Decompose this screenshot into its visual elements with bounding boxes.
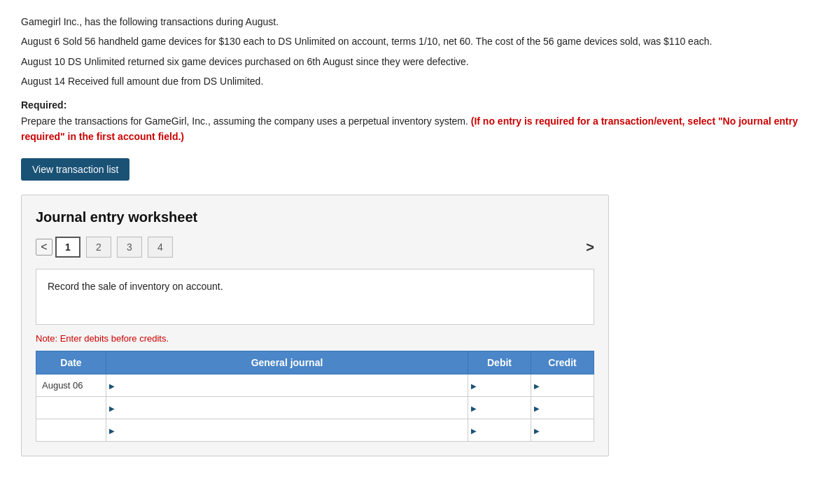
view-transaction-list-button[interactable]: View transaction list xyxy=(21,158,129,181)
table-header: Date General journal Debit Credit xyxy=(36,351,594,374)
tab-1[interactable]: 1 xyxy=(55,237,80,258)
row2-credit[interactable] xyxy=(531,397,594,419)
tab-3[interactable]: 3 xyxy=(117,237,142,258)
row1-credit[interactable] xyxy=(531,374,594,397)
header-general-journal: General journal xyxy=(106,351,468,374)
intro-line2: August 6 Sold 56 handheld game devices f… xyxy=(21,34,814,49)
intro-line1: Gamegirl Inc., has the following transac… xyxy=(21,14,814,29)
table-row: August 06 xyxy=(36,374,594,397)
tab-nav-right-button[interactable]: > xyxy=(586,239,594,255)
intro-section: Gamegirl Inc., has the following transac… xyxy=(21,14,814,90)
table-row xyxy=(36,397,594,419)
row1-gj-input[interactable] xyxy=(112,381,462,391)
row3-gj[interactable] xyxy=(106,419,468,442)
row3-debit[interactable] xyxy=(468,419,531,442)
row1-gj[interactable] xyxy=(106,374,468,397)
row2-debit[interactable] xyxy=(468,397,531,419)
worksheet-title: Journal entry worksheet xyxy=(36,209,594,225)
row1-credit-input[interactable] xyxy=(537,381,588,391)
tab-4[interactable]: 4 xyxy=(148,237,173,258)
row1-debit[interactable] xyxy=(468,374,531,397)
journal-entry-worksheet: Journal entry worksheet < 1 2 3 4 > Reco… xyxy=(21,195,609,456)
row1-debit-input[interactable] xyxy=(474,381,525,391)
row3-credit[interactable] xyxy=(531,419,594,442)
intro-line3: August 10 DS Unlimited returned six game… xyxy=(21,54,814,69)
required-label: Required: xyxy=(21,99,814,111)
header-debit: Debit xyxy=(468,351,531,374)
intro-line4: August 14 Received full amount due from … xyxy=(21,74,814,89)
header-date: Date xyxy=(36,351,106,374)
row2-credit-input[interactable] xyxy=(537,403,588,414)
required-section: Required: Prepare the transactions for G… xyxy=(21,99,814,145)
row2-gj-input[interactable] xyxy=(112,403,462,414)
tab-2[interactable]: 2 xyxy=(86,237,111,258)
instruction-text: Record the sale of inventory on account. xyxy=(48,281,223,292)
row2-debit-input[interactable] xyxy=(474,403,525,414)
note-text: Note: Enter debits before credits. xyxy=(36,333,594,344)
row3-credit-input[interactable] xyxy=(537,426,588,436)
tabs-row: < 1 2 3 4 > xyxy=(36,237,594,258)
required-normal-text: Prepare the transactions for GameGirl, I… xyxy=(21,115,468,127)
instruction-box: Record the sale of inventory on account. xyxy=(36,269,594,325)
table-row xyxy=(36,419,594,442)
journal-table: Date General journal Debit Credit August… xyxy=(36,351,594,442)
row1-date: August 06 xyxy=(36,374,106,397)
row2-date xyxy=(36,397,106,419)
required-body: Prepare the transactions for GameGirl, I… xyxy=(21,113,814,145)
header-credit: Credit xyxy=(531,351,594,374)
row3-gj-input[interactable] xyxy=(112,426,462,436)
row3-date xyxy=(36,419,106,442)
row3-debit-input[interactable] xyxy=(474,426,525,436)
tab-nav-left-button[interactable]: < xyxy=(36,239,52,255)
row2-gj[interactable] xyxy=(106,397,468,419)
table-body: August 06 xyxy=(36,374,594,442)
